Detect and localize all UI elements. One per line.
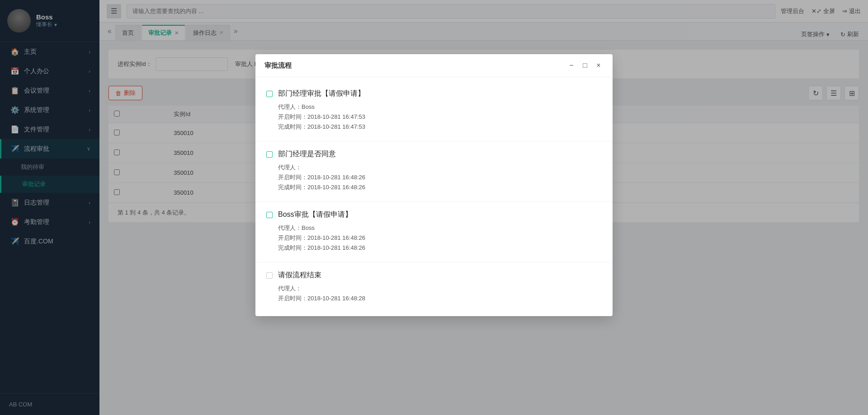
flow-item-header: 请假流程结束 (266, 270, 602, 280)
flow-item: Boss审批【请假申请】 代理人：Boss 开启时间：2018-10-281 1… (255, 202, 613, 262)
modal-minimize-button[interactable]: − (566, 61, 576, 70)
flow-start-time: 开启时间：2018-10-281 16:48:28 (278, 294, 602, 303)
flow-item-header: Boss审批【请假申请】 (266, 210, 602, 219)
flow-item: 部门经理是否同意 代理人： 开启时间：2018-10-281 16:48:26 … (255, 141, 613, 202)
flow-item: 部门经理审批【请假申请】 代理人：Boss 开启时间：2018-10-281 1… (255, 81, 613, 141)
modal-body: 部门经理审批【请假申请】 代理人：Boss 开启时间：2018-10-281 1… (255, 77, 613, 316)
flow-item-title: Boss审批【请假申请】 (278, 210, 352, 219)
flow-agent: 代理人： (278, 163, 602, 172)
modal-close-button[interactable]: × (594, 61, 604, 70)
flow-item-info: 代理人：Boss 开启时间：2018-10-281 16:48:26 完成时间：… (266, 224, 602, 252)
modal-header: 审批流程 − □ × (255, 54, 613, 77)
flow-checkbox[interactable] (266, 91, 273, 97)
flow-agent: 代理人：Boss (278, 103, 602, 111)
modal-title: 审批流程 (264, 61, 292, 70)
flow-start-time: 开启时间：2018-10-281 16:48:26 (278, 234, 602, 242)
flow-item-info: 代理人： 开启时间：2018-10-281 16:48:26 完成时间：2018… (266, 163, 602, 191)
flow-checkbox[interactable] (266, 272, 273, 279)
flow-item-header: 部门经理是否同意 (266, 149, 602, 159)
flow-start-time: 开启时间：2018-10-281 16:47:53 (278, 113, 602, 121)
flow-end-time: 完成时间：2018-10-281 16:47:53 (278, 123, 602, 131)
flow-end-time: 完成时间：2018-10-281 16:48:26 (278, 244, 602, 252)
flow-start-time: 开启时间：2018-10-281 16:48:26 (278, 173, 602, 182)
approval-flow-modal: 审批流程 − □ × 部门经理审批【请假申请】 代理人：Boss 开启时间：20… (255, 54, 613, 316)
flow-checkbox[interactable] (266, 151, 273, 158)
flow-item-title: 部门经理审批【请假申请】 (278, 89, 365, 98)
flow-agent: 代理人： (278, 284, 602, 293)
flow-item-title: 请假流程结束 (278, 270, 321, 280)
modal-maximize-button[interactable]: □ (580, 61, 590, 70)
flow-item-info: 代理人： 开启时间：2018-10-281 16:48:28 (266, 284, 602, 303)
flow-agent: 代理人：Boss (278, 224, 602, 232)
flow-checkbox[interactable] (266, 212, 273, 218)
flow-item-title: 部门经理是否同意 (278, 149, 336, 159)
modal-controls: − □ × (566, 61, 604, 70)
modal-overlay[interactable]: 审批流程 − □ × 部门经理审批【请假申请】 代理人：Boss 开启时间：20… (0, 0, 868, 415)
flow-item-header: 部门经理审批【请假申请】 (266, 89, 602, 98)
flow-item: 请假流程结束 代理人： 开启时间：2018-10-281 16:48:28 (255, 262, 613, 312)
flow-item-info: 代理人：Boss 开启时间：2018-10-281 16:47:53 完成时间：… (266, 103, 602, 131)
flow-end-time: 完成时间：2018-10-281 16:48:26 (278, 183, 602, 191)
